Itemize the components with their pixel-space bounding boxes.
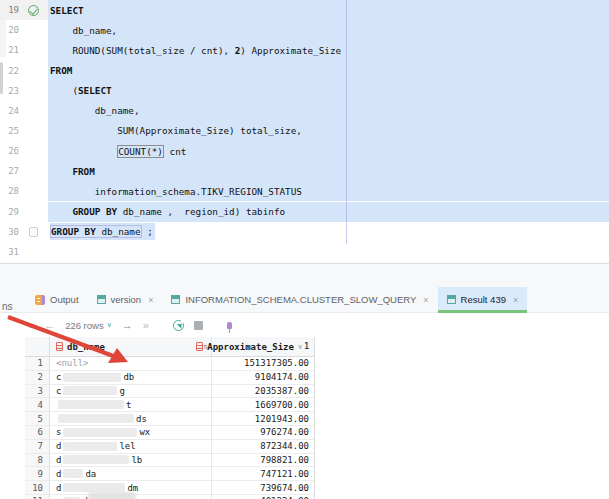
close-icon[interactable]: ×: [513, 295, 518, 305]
column-header-approximate-size[interactable]: Approximate_Size∨1: [212, 337, 314, 356]
row-number-cell[interactable]: 8: [25, 454, 50, 467]
code-line[interactable]: db_name,: [48, 101, 609, 121]
code-line[interactable]: FROM: [48, 161, 609, 181]
result-tab-information-schema-cluster-slow-query[interactable]: INFORMATION_SCHEMA.CLUSTER_SLOW_QUERY×: [162, 287, 437, 312]
code-token: [50, 206, 72, 217]
row-number-cell[interactable]: 10: [25, 481, 50, 494]
editor-line: 21 ROUND(SUM(total_size / cnt), 2) Appro…: [0, 40, 609, 60]
editor-gutter: 29: [0, 202, 48, 222]
db-name-fragment: c: [56, 386, 61, 396]
table-icon: [171, 295, 180, 304]
line-number: 29: [0, 207, 19, 217]
code-line[interactable]: GROUP BY db_name ;: [48, 222, 609, 242]
sql-editor[interactable]: 19SELECT20 db_name,21 ROUND(SUM(total_si…: [0, 0, 609, 264]
approximate-size-cell[interactable]: 872344.00: [212, 440, 314, 453]
line-number: 22: [0, 66, 19, 76]
line-number: 28: [0, 186, 19, 196]
approximate-size-cell[interactable]: 2035387.00: [212, 385, 314, 398]
editor-line: 28 information_schema.TIKV_REGION_STATUS: [0, 181, 609, 201]
code-line[interactable]: SELECT: [48, 0, 609, 20]
last-page-icon[interactable]: »: [143, 320, 149, 331]
results-toolbar: « ← 226 rows ∨ → »: [0, 313, 609, 337]
code-line[interactable]: ROUND(SUM(total_size / cnt), 2) Approxim…: [48, 40, 609, 60]
db-name-cell[interactable]: <null>: [50, 357, 212, 370]
code-line[interactable]: [48, 242, 609, 262]
editor-gutter: 27: [0, 161, 48, 181]
row-number-cell[interactable]: 5: [25, 412, 50, 425]
line-number: 26: [0, 146, 19, 156]
pin-tab-icon[interactable]: [227, 322, 232, 329]
db-name-fragment: d: [56, 469, 61, 479]
approximate-size-cell[interactable]: 9104174.00: [212, 371, 314, 384]
db-name-fragment: lb: [131, 455, 142, 465]
db-name-fragment: da: [85, 469, 96, 479]
tab-label: version: [111, 294, 142, 305]
db-name-cell[interactable]: t: [50, 398, 212, 411]
db-name-cell[interactable]: swx: [50, 426, 212, 439]
next-page-icon[interactable]: →: [122, 320, 133, 331]
db-name-cell[interactable]: cdb: [50, 371, 212, 384]
row-number-cell[interactable]: 2: [25, 371, 50, 384]
result-tab-version[interactable]: version×: [88, 287, 163, 312]
approximate-size-cell[interactable]: 976274.00: [212, 426, 314, 439]
result-tab-output[interactable]: Output: [26, 287, 88, 312]
approximate-size-cell[interactable]: 739674.00: [212, 481, 314, 494]
code-line[interactable]: SUM(Approximate_Size) total_size,: [48, 121, 609, 141]
prev-page-icon[interactable]: ←: [44, 320, 55, 331]
rows-count-label: 226 rows: [65, 320, 104, 331]
column-header-db-name[interactable]: db_name⇅: [50, 337, 212, 356]
row-number-cell[interactable]: 11: [25, 495, 50, 499]
first-page-icon[interactable]: «: [28, 320, 34, 331]
line-number: 19: [0, 5, 19, 15]
db-name-cell[interactable]: ds: [50, 412, 212, 425]
db-name-cell[interactable]: dlb: [50, 454, 212, 467]
db-name-cell[interactable]: dda: [50, 467, 212, 480]
editor-gutter: 31: [0, 242, 48, 262]
db-name-cell[interactable]: dlel: [50, 440, 212, 453]
grid-corner-cell[interactable]: [25, 337, 50, 356]
statement-executed-icon[interactable]: [28, 5, 39, 16]
line-number: 27: [0, 166, 19, 176]
approximate-size-cell[interactable]: 1669700.00: [212, 398, 314, 411]
stop-icon[interactable]: [194, 321, 203, 330]
approximate-size-cell[interactable]: 401224.00: [212, 495, 314, 499]
db-name-cell[interactable]: cg: [50, 385, 212, 398]
approximate-size-cell[interactable]: 798821.00: [212, 454, 314, 467]
row-number-cell[interactable]: 1: [25, 357, 50, 370]
line-number: 31: [0, 247, 19, 257]
code-line[interactable]: COUNT(*) cnt: [48, 141, 609, 161]
page-size-selector[interactable]: 226 rows ∨: [65, 320, 112, 331]
editor-gutter: 20: [0, 20, 48, 40]
chevron-down-icon: ∨: [107, 321, 112, 329]
close-icon[interactable]: ×: [423, 295, 428, 305]
code-token: db_name: [96, 226, 141, 237]
code-line[interactable]: db_name,: [48, 20, 609, 40]
db-name-fragment: wx: [139, 427, 150, 437]
row-number-cell[interactable]: 9: [25, 467, 50, 480]
code-line[interactable]: FROM: [48, 60, 609, 80]
editor-gutter: 23: [0, 81, 48, 101]
approximate-size-cell[interactable]: 747121.00: [212, 467, 314, 480]
approximate-size-cell[interactable]: 1201943.00: [212, 412, 314, 425]
row-number-cell[interactable]: 7: [25, 440, 50, 453]
reload-icon[interactable]: [173, 320, 184, 331]
statement-marker-icon: [29, 227, 38, 237]
db-name-fragment: ds: [136, 414, 147, 424]
code-token: FROM: [72, 166, 94, 177]
editor-gutter: 25: [0, 121, 48, 141]
approximate-size-cell[interactable]: 151317305.00: [212, 357, 314, 370]
close-icon[interactable]: ×: [148, 295, 153, 305]
table-row: 7dlel872344.00: [25, 440, 314, 454]
row-number-cell[interactable]: 3: [25, 385, 50, 398]
row-number-cell[interactable]: 4: [25, 398, 50, 411]
code-line[interactable]: (SELECT: [48, 81, 609, 101]
code-line[interactable]: GROUP BY db_name , region_id) tabinfo: [48, 202, 609, 222]
db-name-fragment: d: [56, 483, 61, 493]
editor-line: 26 COUNT(*) cnt: [0, 141, 609, 161]
editor-gutter: 22: [0, 60, 48, 80]
editor-line: 27 FROM: [0, 161, 609, 181]
result-tab-result-439[interactable]: Result 439×: [438, 287, 528, 312]
tab-label: INFORMATION_SCHEMA.CLUSTER_SLOW_QUERY: [185, 294, 416, 305]
code-line[interactable]: information_schema.TIKV_REGION_STATUS: [48, 181, 609, 201]
row-number-cell[interactable]: 6: [25, 426, 50, 439]
